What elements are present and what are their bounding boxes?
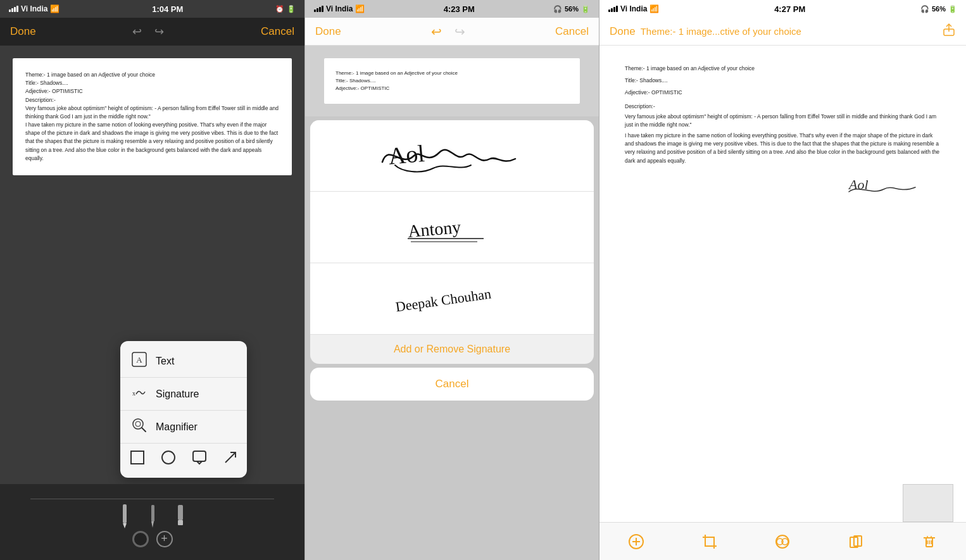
- doc-title-3: Title:- Shadows....: [625, 77, 941, 85]
- document-area-2: Theme:- 1 image based on an Adjective of…: [305, 46, 599, 116]
- signature-modal: Aol Antony Deepak Chouhan Add or Remove …: [310, 120, 594, 364]
- svg-point-7: [162, 451, 175, 464]
- headphone-icon-3: 🎧: [920, 5, 929, 13]
- document-content-1: Theme:- 1 image based on an Adjective of…: [13, 58, 292, 175]
- battery-icon-3: 🔋: [948, 5, 957, 13]
- svg-point-4: [135, 421, 141, 426]
- document-content-2: Theme:- 1 image based on an Adjective of…: [324, 58, 580, 104]
- status-bar-1: Vi India 📶 1:04 PM ⏰ 🔋: [0, 0, 304, 18]
- marker-tool[interactable]: [170, 506, 191, 526]
- svg-rect-10: [123, 504, 127, 523]
- menu-text-label: Text: [156, 356, 174, 367]
- menu-item-signature[interactable]: x Signature: [120, 378, 247, 411]
- square-icon[interactable]: [130, 450, 145, 468]
- carrier-1: Vi India 📶: [9, 4, 60, 13]
- done-button-2[interactable]: Done: [315, 25, 341, 38]
- svg-line-5: [142, 428, 146, 432]
- svg-rect-14: [178, 505, 183, 520]
- filter-button[interactable]: [774, 533, 791, 550]
- signature-icon: x: [130, 384, 148, 404]
- time-1: 1:04 PM: [152, 4, 183, 14]
- page-thumbnail: [903, 484, 953, 522]
- doc-theme-3: Theme:- 1 image based on an Adjective of…: [625, 65, 941, 73]
- svg-point-25: [776, 535, 789, 548]
- bottom-toolbar-3: [599, 522, 966, 560]
- battery-3: 🎧 56% 🔋: [920, 5, 957, 13]
- pencil-tool[interactable]: [115, 506, 135, 526]
- redo-icon-2[interactable]: ↪: [455, 24, 465, 39]
- battery-2: 🎧 56% 🔋: [553, 5, 590, 13]
- doc-adjective-1: Adjective:- OPTIMISTIC: [25, 87, 279, 96]
- circle-icon[interactable]: [161, 450, 176, 468]
- bottom-toolbar-1: +: [0, 484, 304, 560]
- arrow-icon[interactable]: [223, 450, 238, 468]
- svg-marker-13: [151, 521, 154, 528]
- battery-area-1: ⏰ 🔋: [275, 5, 296, 13]
- wifi-icon: 📶: [50, 4, 60, 13]
- doc-title-1: Title:- Shadows....: [25, 79, 279, 87]
- signature-item-2[interactable]: Antony: [310, 192, 594, 263]
- done-button-3[interactable]: Done: [610, 25, 636, 38]
- pen-tool[interactable]: [142, 506, 163, 526]
- doc-body-1: I have taken my picture in the same noti…: [25, 121, 279, 163]
- carrier-3: Vi India 📶: [608, 4, 659, 13]
- svg-rect-15: [178, 520, 183, 525]
- svg-marker-11: [123, 523, 127, 528]
- crop-button[interactable]: [701, 533, 718, 550]
- nav-icons-2: ↩ ↪: [431, 24, 465, 39]
- battery-icon: 🔋: [287, 5, 296, 13]
- add-tool-button[interactable]: +: [156, 531, 173, 547]
- nav-bar-1: Done ↩ ↪ Cancel: [0, 18, 304, 46]
- signature-placed: Aol: [625, 171, 941, 202]
- done-button-1[interactable]: Done: [10, 25, 36, 38]
- popup-menu: A Text x Signature: [120, 341, 247, 478]
- doc-description-1: Very famous joke about optimism" height …: [25, 104, 279, 121]
- text-icon: A: [130, 351, 148, 371]
- doc-desc-label-3: Description:-: [625, 103, 941, 111]
- wifi-icon-2: 📶: [355, 4, 365, 13]
- status-bar-3: Vi India 📶 4:27 PM 🎧 56% 🔋: [599, 0, 966, 18]
- cancel-button-1[interactable]: Cancel: [261, 25, 294, 38]
- battery-icon-2: 🔋: [581, 5, 590, 13]
- nav-bar-2: Done ↩ ↪ Cancel: [305, 18, 599, 46]
- color-picker[interactable]: [132, 531, 149, 547]
- doc-adjective-3: Adjective:- OPTIMISTIC: [625, 89, 941, 97]
- menu-item-text[interactable]: A Text: [120, 345, 247, 378]
- svg-text:Antony: Antony: [407, 217, 461, 241]
- delete-button[interactable]: [921, 533, 938, 550]
- shape-icons-row: [120, 444, 247, 474]
- menu-magnifier-label: Magnifier: [156, 421, 198, 433]
- cancel-modal-button[interactable]: Cancel: [310, 368, 594, 401]
- panel-3: Vi India 📶 4:27 PM 🎧 56% 🔋 Done Theme:- …: [599, 0, 966, 560]
- svg-rect-8: [193, 451, 206, 461]
- doc-description-3: Very famous joke about optimism" height …: [625, 113, 941, 129]
- speech-bubble-icon[interactable]: [192, 450, 207, 468]
- toolbar-extras-row: +: [132, 531, 173, 547]
- signal-icon: [9, 6, 18, 12]
- signature-item-1[interactable]: Aol: [310, 120, 594, 192]
- add-annotation-button[interactable]: [628, 533, 644, 550]
- time-2: 4:23 PM: [444, 4, 475, 14]
- svg-text:Aol: Aol: [387, 140, 425, 170]
- svg-line-9: [225, 452, 235, 463]
- svg-text:x: x: [132, 390, 135, 397]
- carrier-2: Vi India 📶: [314, 4, 365, 13]
- pages-button[interactable]: [848, 533, 864, 550]
- menu-item-magnifier[interactable]: Magnifier: [120, 411, 247, 444]
- headphone-icon: 🎧: [553, 5, 562, 13]
- redo-icon-1[interactable]: ↪: [154, 25, 164, 39]
- svg-rect-12: [151, 505, 154, 521]
- cancel-button-2[interactable]: Cancel: [555, 25, 589, 38]
- share-icon-3[interactable]: [942, 23, 956, 40]
- undo-icon-1[interactable]: ↩: [132, 25, 142, 39]
- signature-item-3[interactable]: Deepak Chouhan: [310, 263, 594, 335]
- undo-icon-2[interactable]: ↩: [431, 24, 442, 39]
- doc-adjective-2: Adjective:- OPTIMISTIC: [336, 85, 568, 92]
- nav-icons-1: ↩ ↪: [132, 25, 164, 39]
- signal-icon-3: [608, 6, 618, 12]
- doc-desc-label-1: Description:-: [25, 96, 279, 104]
- nav-bar-3: Done Theme:- 1 image...ctive of your cho…: [599, 18, 966, 46]
- svg-text:A: A: [136, 355, 142, 364]
- add-remove-signature-button[interactable]: Add or Remove Signature: [310, 335, 594, 364]
- alarm-icon: ⏰: [275, 5, 284, 13]
